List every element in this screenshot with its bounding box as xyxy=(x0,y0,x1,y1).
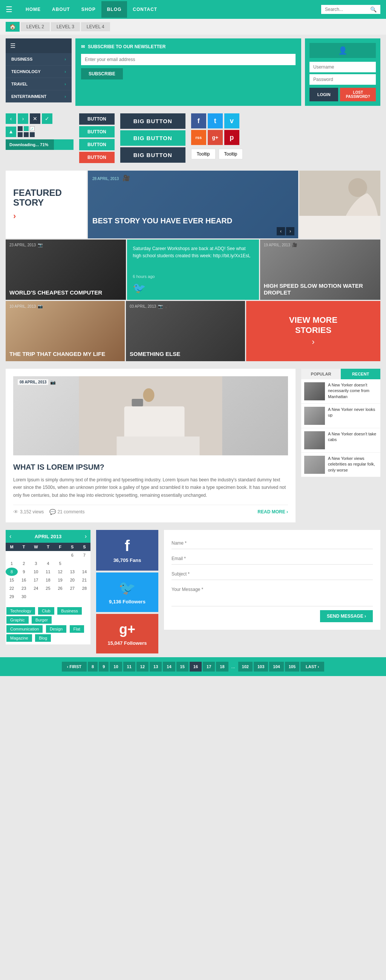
cal-cell[interactable]: 20 xyxy=(66,576,78,584)
page-btn-10[interactable]: 10 xyxy=(110,662,122,671)
trip-story-card[interactable]: 10 APRIL, 2013 📷 THE TRIP THAT CHANGED M… xyxy=(6,301,125,361)
tag-magazine[interactable]: Magazine xyxy=(6,634,32,642)
button-red[interactable]: BUTTON xyxy=(79,152,115,163)
cal-cell[interactable]: 12 xyxy=(54,568,66,576)
lost-password-button[interactable]: LOST PASSWORD? xyxy=(340,88,376,101)
cal-cell[interactable]: 25 xyxy=(42,584,54,592)
send-message-button[interactable]: SEND MESSAGE › xyxy=(320,610,373,622)
tag-technology[interactable]: Technology xyxy=(6,607,35,615)
cal-cell[interactable]: 6 xyxy=(66,551,78,559)
big-button-teal[interactable]: BIG BUTTON xyxy=(120,130,185,146)
cal-cell[interactable] xyxy=(54,551,66,559)
page-btn-14[interactable]: 14 xyxy=(163,662,175,671)
cal-cell[interactable]: 16 xyxy=(18,576,30,584)
cal-cell[interactable] xyxy=(30,551,42,559)
featured-story-card[interactable]: FEATUREDSTORY › xyxy=(6,170,87,239)
cal-cell[interactable]: 3 xyxy=(30,559,42,568)
breadcrumb-level4[interactable]: LEVEL 4 xyxy=(81,22,110,31)
button-dark-1[interactable]: BUTTON xyxy=(79,113,115,125)
nav-about[interactable]: ABOUT xyxy=(46,7,76,12)
person-photo-card[interactable] xyxy=(299,170,380,239)
sidebar-toggle[interactable]: ☰ xyxy=(6,38,72,53)
cal-cell[interactable] xyxy=(42,551,54,559)
pagination-first[interactable]: ‹ FIRST xyxy=(62,662,87,671)
page-btn-103[interactable]: 103 xyxy=(254,662,268,671)
water-droplet-card[interactable]: 19 APRIL, 2013 🎥 HIGH SPEED SLOW MOTION … xyxy=(260,240,380,300)
cal-cell[interactable]: 21 xyxy=(78,576,91,584)
read-more-link[interactable]: READ MORE › xyxy=(257,509,288,514)
contact-email-input[interactable] xyxy=(172,553,373,565)
pinterest-icon[interactable]: p xyxy=(224,130,239,145)
cal-cell[interactable] xyxy=(18,551,30,559)
tooltip-btn-1[interactable]: Tooltip xyxy=(191,149,215,159)
cal-cell[interactable]: 28 xyxy=(78,584,91,592)
big-button-dark-2[interactable]: BIG BUTTON xyxy=(120,147,185,163)
tag-club[interactable]: Club xyxy=(38,607,54,615)
facebook-widget[interactable]: f 36,705 Fans xyxy=(96,530,158,571)
sidebar-story-1[interactable]: A New Yorker doesn't necessarily come fr… xyxy=(301,379,380,404)
login-button[interactable]: LOGIN xyxy=(309,88,338,101)
something-else-card[interactable]: 03 APRIL, 2013 📷 🎥 SOMETHING ELSE xyxy=(126,301,245,361)
breadcrumb-level2[interactable]: LEVEL 2 xyxy=(21,22,50,31)
nav-home[interactable]: HOME xyxy=(20,7,46,12)
cal-cell[interactable]: 11 xyxy=(42,568,54,576)
computer-story-card[interactable]: 23 APRIL, 2013 📷 WORLD'S CHEAPEST COMPUT… xyxy=(6,240,126,300)
pagination-last[interactable]: LAST › xyxy=(300,662,324,671)
view-more-card[interactable]: VIEW MORESTORIES › xyxy=(246,301,380,361)
googleplus-widget[interactable]: g+ 15,047 Followers xyxy=(96,614,158,654)
tag-communication[interactable]: Communication xyxy=(6,625,43,633)
cal-cell[interactable]: 7 xyxy=(78,551,91,559)
newsletter-email-input[interactable] xyxy=(81,54,295,65)
rss-icon[interactable]: rss xyxy=(191,130,206,145)
button-teal-2[interactable]: BUTTON xyxy=(79,139,115,150)
sidebar-story-4[interactable]: A New Yorker views celebrities as regula… xyxy=(301,453,380,477)
cal-cell[interactable]: 24 xyxy=(30,584,42,592)
cal-cell-today[interactable]: 8 xyxy=(6,568,18,576)
cal-cell[interactable]: 30 xyxy=(18,592,30,601)
page-btn-17[interactable]: 17 xyxy=(203,662,215,671)
tab-popular[interactable]: POPULAR xyxy=(301,369,341,379)
cal-cell[interactable]: 26 xyxy=(54,584,66,592)
cal-prev-btn[interactable]: ‹ xyxy=(10,533,11,540)
subscribe-button[interactable]: SUBSCRIBE xyxy=(81,68,123,80)
facebook-icon[interactable]: f xyxy=(191,113,206,129)
cal-cell[interactable] xyxy=(66,559,78,568)
cal-cell[interactable]: 1 xyxy=(6,559,18,568)
search-input[interactable] xyxy=(325,7,370,12)
tag-graphic[interactable]: Graphic xyxy=(6,616,29,624)
googleplus-icon[interactable]: g+ xyxy=(208,130,223,145)
sidebar-story-2[interactable]: A New Yorker never looks up xyxy=(301,404,380,428)
story-prev-btn[interactable]: ‹ xyxy=(277,227,285,235)
sidebar-item-entertainment[interactable]: ENTERTAINMENT › xyxy=(6,91,72,102)
vimeo-icon[interactable]: v xyxy=(224,113,239,129)
sidebar-story-3[interactable]: A New Yorker doesn't take cabs xyxy=(301,428,380,453)
cal-cell[interactable] xyxy=(78,559,91,568)
tooltip-btn-2[interactable]: Tooltip xyxy=(219,149,243,159)
nav-blog[interactable]: BLOG xyxy=(101,1,128,18)
cal-cell[interactable]: 29 xyxy=(6,592,18,601)
sidebar-item-travel[interactable]: TRAVEL › xyxy=(6,78,72,91)
cal-cell[interactable]: 27 xyxy=(66,584,78,592)
close-button[interactable]: ✕ xyxy=(30,113,40,124)
page-btn-104[interactable]: 104 xyxy=(269,662,284,671)
cal-cell[interactable]: 17 xyxy=(30,576,42,584)
cal-cell[interactable]: 2 xyxy=(18,559,30,568)
page-btn-9[interactable]: 9 xyxy=(99,662,108,671)
cal-cell[interactable]: 22 xyxy=(6,584,18,592)
main-story-card[interactable]: 28 APRIL, 2013 🎥 BEST STORY YOU HAVE EVE… xyxy=(88,170,298,239)
tag-flat[interactable]: Flat xyxy=(70,625,84,633)
tag-design[interactable]: Design xyxy=(46,625,66,633)
prev-button[interactable]: ‹ xyxy=(6,113,16,124)
page-btn-13[interactable]: 13 xyxy=(150,662,162,671)
page-btn-16-active[interactable]: 16 xyxy=(190,662,202,671)
page-btn-105[interactable]: 105 xyxy=(285,662,299,671)
cal-cell[interactable] xyxy=(6,551,18,559)
cal-cell[interactable]: 19 xyxy=(54,576,66,584)
cal-cell[interactable]: 4 xyxy=(42,559,54,568)
cal-cell[interactable]: 15 xyxy=(6,576,18,584)
tag-blog[interactable]: Blog xyxy=(35,634,51,642)
story-next-btn[interactable]: › xyxy=(286,227,294,235)
cal-cell[interactable]: 9 xyxy=(18,568,30,576)
cal-cell[interactable]: 23 xyxy=(18,584,30,592)
hamburger-icon[interactable]: ☰ xyxy=(6,5,13,14)
